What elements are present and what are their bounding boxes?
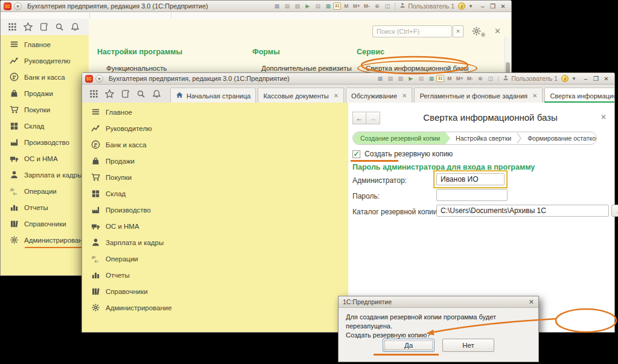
tab-svertka-informacionnoj-bazy[interactable]: Свертка информационной базы✕: [544, 88, 614, 103]
sidebar-item-sklad[interactable]: Склад: [1, 118, 89, 134]
calendar-icon[interactable]: 31: [436, 75, 444, 82]
sidebar-item-prodazhi[interactable]: Продажи: [82, 153, 348, 169]
browse-button[interactable]: ...: [611, 205, 618, 217]
sidebar-item-administrirovanie[interactable]: Администрирование: [82, 299, 348, 316]
service-menu-caret-icon[interactable]: ▼: [572, 76, 576, 81]
sidebar-item-otchety[interactable]: Отчеты: [82, 267, 348, 283]
sidebar-item-proizvodstvo[interactable]: Производство: [82, 202, 348, 218]
print-settings-icon[interactable]: ▤: [416, 75, 426, 83]
tab-reglamentnye-i-fonovye-zadaniya[interactable]: Регламентные и фоновые задания✕: [414, 88, 543, 103]
service-menu-caret-icon[interactable]: ▼: [468, 4, 473, 9]
save-icon[interactable]: ▦: [272, 2, 282, 10]
sidebar-item-zarplata-i-kadry[interactable]: Зарплата и кадры: [82, 234, 348, 251]
command-link[interactable]: Дополнительные реквизиты: [261, 65, 352, 72]
maximize-button[interactable]: ❐: [488, 2, 498, 10]
close-button[interactable]: ✕: [498, 2, 508, 10]
split-icon[interactable]: ◫: [485, 75, 495, 83]
back-button[interactable]: ←: [352, 112, 366, 124]
send-icon[interactable]: ▶: [406, 75, 416, 83]
memory-button[interactable]: M: [444, 75, 454, 83]
sidebar-item-os-i-nma[interactable]: ОС и НМА: [82, 218, 348, 234]
menu-grid-icon[interactable]: [7, 22, 18, 32]
favorites-icon[interactable]: [23, 22, 33, 32]
calendar-icon[interactable]: 31: [333, 2, 341, 10]
zoom-icon[interactable]: ⊕: [475, 75, 485, 83]
calculator-icon[interactable]: ▦: [323, 2, 333, 10]
sidebar-item-sklad[interactable]: Склад: [82, 185, 348, 202]
notifications-icon[interactable]: [70, 22, 80, 32]
memory-plus-button[interactable]: M+: [351, 2, 362, 10]
sidebar-item-pokupki[interactable]: Покупки: [82, 169, 348, 185]
save-icon[interactable]: ▦: [375, 75, 385, 83]
print-icon[interactable]: ▤: [282, 2, 292, 10]
sidebar-item-spravochniki[interactable]: Справочники: [82, 283, 348, 299]
system-menu-button[interactable]: ▼: [95, 75, 103, 83]
memory-plus-button[interactable]: M+: [454, 75, 465, 83]
split-icon[interactable]: ◫: [382, 2, 392, 10]
sidebar-item-otchety[interactable]: Отчеты: [1, 199, 89, 216]
zoom-icon[interactable]: ⊕: [372, 2, 382, 10]
no-button[interactable]: Нет: [442, 339, 494, 352]
password-input[interactable]: [436, 189, 508, 201]
command-link[interactable]: Свертка информационной базы: [366, 65, 469, 72]
panel-settings-gear-icon[interactable]: [471, 26, 486, 38]
menu-grid-icon[interactable]: [89, 89, 99, 99]
dialog-close-icon[interactable]: ✕: [529, 298, 534, 306]
tab-close-icon[interactable]: ✕: [402, 92, 407, 99]
system-menu-button[interactable]: ▼: [14, 2, 22, 10]
administrator-input[interactable]: [436, 173, 505, 185]
close-button[interactable]: ✕: [601, 75, 611, 83]
print-icon[interactable]: ▤: [385, 75, 395, 83]
print-settings-icon[interactable]: ▤: [313, 2, 323, 10]
front-titlebar[interactable]: 1С ▼ Бухгалтерия предприятия, редакция 3…: [82, 73, 614, 85]
history-icon[interactable]: [39, 22, 49, 32]
tab-home[interactable]: Начальная страница: [170, 88, 256, 103]
info-icon[interactable]: i: [561, 75, 569, 82]
minimize-button[interactable]: –: [581, 75, 591, 83]
wizard-step-3[interactable]: Формирование остатков: [522, 132, 597, 144]
search-clear-button[interactable]: ✕: [453, 25, 464, 37]
wizard-step-1[interactable]: Создание резервной копии: [353, 132, 450, 144]
sidebar-item-zarplata-i-kadry[interactable]: Зарплата и кадры: [1, 167, 89, 183]
sidebar-item-operacii[interactable]: ДтКтОперации: [1, 183, 89, 199]
sidebar-item-glavnoe[interactable]: Главное: [82, 104, 348, 120]
sidebar-item-spravochniki[interactable]: Справочники: [1, 216, 89, 232]
forward-button[interactable]: →: [366, 112, 380, 124]
tab-close-icon[interactable]: ✕: [532, 92, 537, 99]
tab-obsluzhivanie[interactable]: Обслуживание✕: [346, 88, 412, 103]
memory-minus-button[interactable]: M-: [465, 75, 475, 83]
yes-button[interactable]: Да: [383, 339, 435, 352]
command-link[interactable]: Функциональность: [106, 65, 167, 72]
history-icon[interactable]: [120, 89, 130, 99]
search-input[interactable]: [372, 25, 452, 37]
dialog-titlebar[interactable]: 1С:Предприятие ✕: [339, 296, 538, 308]
memory-minus-button[interactable]: M-: [362, 2, 372, 10]
send-icon[interactable]: ▶: [302, 2, 313, 10]
minimize-button[interactable]: –: [477, 2, 488, 10]
sidebar-item-glavnoe[interactable]: Главное: [1, 36, 89, 53]
tab-kassovye-dokumenty[interactable]: Кассовые документы✕: [258, 88, 344, 103]
panel-close-icon[interactable]: ✕: [494, 27, 501, 36]
memory-button[interactable]: M: [341, 2, 351, 10]
maximize-button[interactable]: ❐: [591, 75, 601, 83]
print-preview-icon[interactable]: ▧: [395, 75, 406, 83]
sidebar-item-bank-i-kassa[interactable]: PБанк и касса: [1, 69, 89, 85]
info-icon[interactable]: i: [458, 2, 465, 10]
sidebar-item-os-i-nma[interactable]: ОС и НМА: [1, 150, 89, 167]
search-icon[interactable]: [54, 22, 65, 32]
sidebar-item-proizvodstvo[interactable]: Производство: [1, 134, 89, 150]
sidebar-item-rukovoditelyu[interactable]: Руководителю: [82, 120, 348, 136]
sidebar-item-prodazhi[interactable]: Продажи: [1, 85, 89, 101]
calculator-icon[interactable]: ▦: [426, 75, 436, 83]
sidebar-item-pokupki[interactable]: Покупки: [1, 101, 89, 118]
search-icon[interactable]: [136, 89, 146, 99]
backup-folder-input[interactable]: [436, 205, 609, 217]
sidebar-item-bank-i-kassa[interactable]: PБанк и касса: [82, 136, 348, 153]
print-preview-icon[interactable]: ▧: [292, 2, 302, 10]
create-backup-checkbox[interactable]: ✓: [352, 150, 360, 158]
page-close-icon[interactable]: ✕: [600, 113, 607, 121]
sidebar-item-administrirovanie[interactable]: Администрирование: [1, 232, 89, 248]
sidebar-item-operacii[interactable]: ДтКтОперации: [82, 251, 348, 267]
sidebar-item-rukovoditelyu[interactable]: Руководителю: [1, 53, 89, 69]
wizard-step-2[interactable]: Настройка свертки: [450, 132, 517, 144]
